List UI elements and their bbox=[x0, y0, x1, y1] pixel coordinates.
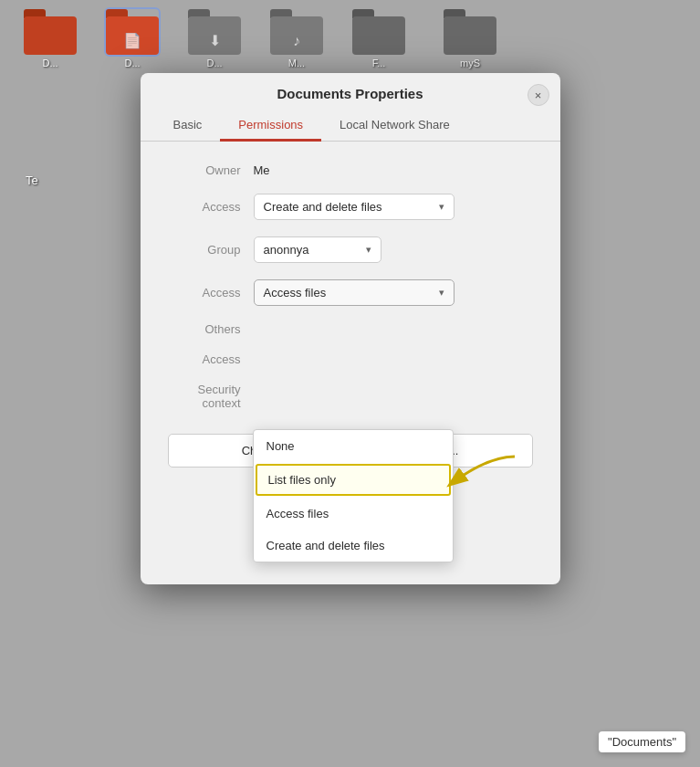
close-icon: × bbox=[535, 89, 542, 102]
close-button[interactable]: × bbox=[528, 84, 549, 106]
tab-bar: Basic Permissions Local Network Share bbox=[141, 110, 560, 142]
owner-row: Owner Me bbox=[168, 163, 533, 177]
group-access-arrow-icon: ▾ bbox=[439, 287, 444, 299]
menu-item-list-files-only[interactable]: List files only bbox=[256, 464, 451, 496]
group-row: Group anonnya ▾ bbox=[168, 236, 533, 263]
group-dropdown[interactable]: anonnya ▾ bbox=[254, 236, 381, 263]
owner-access-dropdown[interactable]: Create and delete files ▾ bbox=[254, 194, 454, 220]
dialog-title: Documents Properties bbox=[277, 86, 423, 101]
tab-basic[interactable]: Basic bbox=[155, 110, 221, 142]
dialog-titlebar: Documents Properties × bbox=[141, 73, 560, 110]
menu-item-none[interactable]: None bbox=[254, 430, 453, 462]
others-label: Others bbox=[168, 322, 241, 336]
owner-access-label: Access bbox=[168, 200, 241, 214]
access-dropdown-menu: None List files only Access files Create… bbox=[253, 429, 454, 562]
group-access-value: Access files bbox=[264, 286, 327, 299]
group-label: Group bbox=[168, 243, 241, 257]
group-access-label: Access bbox=[168, 286, 241, 299]
group-access-dropdown[interactable]: Access files ▾ bbox=[254, 279, 454, 306]
tab-local-network-share[interactable]: Local Network Share bbox=[321, 110, 468, 142]
menu-item-access-files[interactable]: Access files bbox=[254, 498, 453, 530]
group-arrow-icon: ▾ bbox=[366, 244, 371, 256]
owner-value: Me bbox=[254, 163, 270, 177]
bottom-documents-label: "Documents" bbox=[599, 731, 685, 752]
owner-access-row: Access Create and delete files ▾ bbox=[168, 194, 533, 220]
arrow-annotation bbox=[433, 447, 524, 506]
annotation-arrow bbox=[433, 447, 524, 502]
group-value: anonnya bbox=[264, 243, 309, 257]
dialog-overlay: Documents Properties × Basic Permissions… bbox=[0, 0, 700, 767]
security-context-label: Security context bbox=[168, 383, 241, 410]
security-context-row: Security context bbox=[168, 383, 533, 410]
tab-permissions[interactable]: Permissions bbox=[220, 110, 321, 142]
owner-label: Owner bbox=[168, 163, 241, 177]
others-access-row: Access bbox=[168, 352, 533, 366]
others-access-label: Access bbox=[168, 352, 241, 366]
owner-access-arrow-icon: ▾ bbox=[439, 201, 444, 213]
menu-item-create-delete[interactable]: Create and delete files bbox=[254, 530, 453, 562]
documents-properties-dialog: Documents Properties × Basic Permissions… bbox=[141, 73, 560, 584]
others-row: Others bbox=[168, 322, 533, 336]
owner-access-value: Create and delete files bbox=[264, 200, 382, 214]
group-access-row: Access Access files ▾ bbox=[168, 279, 533, 306]
